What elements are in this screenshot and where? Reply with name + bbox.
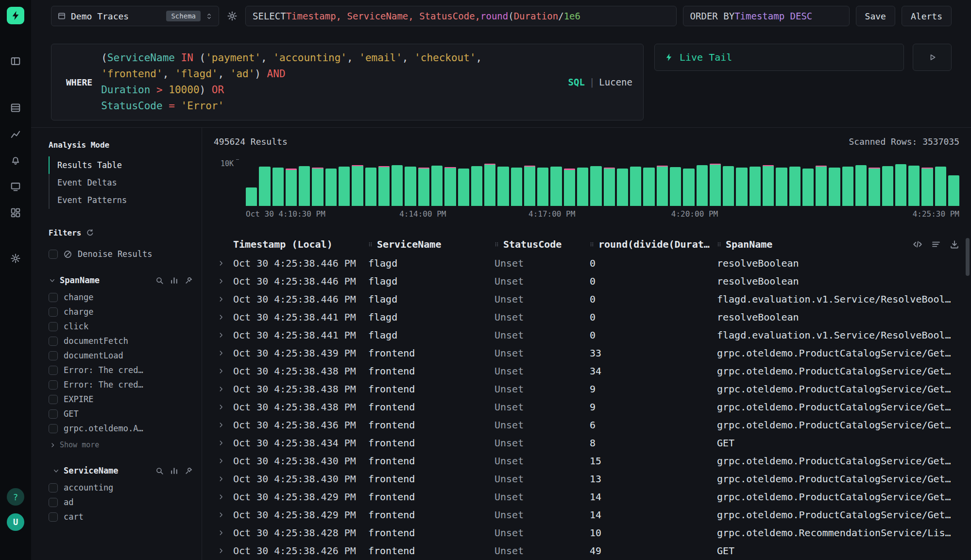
- filter-option[interactable]: charge: [49, 305, 193, 319]
- histogram-bar[interactable]: [697, 165, 708, 206]
- analysis-mode-event-patterns[interactable]: Event Patterns: [49, 191, 193, 209]
- histogram-bar[interactable]: [882, 166, 893, 206]
- histogram-bar[interactable]: [339, 167, 350, 206]
- histogram-bar[interactable]: [657, 166, 668, 206]
- histogram-bar[interactable]: [802, 169, 814, 206]
- table-row[interactable]: Oct 30 4:25:38.446 PMflagdUnset0resolveB…: [214, 254, 959, 272]
- nav-sessions[interactable]: [6, 177, 25, 196]
- row-expand-chevron[interactable]: [214, 278, 233, 285]
- row-density-icon[interactable]: [931, 239, 941, 249]
- checkbox[interactable]: [49, 395, 58, 404]
- table-row[interactable]: Oct 30 4:25:38.430 PMfrontendUnset15grpc…: [214, 452, 959, 470]
- row-expand-chevron[interactable]: [214, 547, 233, 554]
- row-expand-chevron[interactable]: [214, 296, 233, 303]
- checkbox[interactable]: [49, 512, 58, 522]
- scrollbar-thumb[interactable]: [966, 238, 970, 276]
- histogram-bar[interactable]: [670, 167, 681, 206]
- row-expand-chevron[interactable]: [214, 314, 233, 321]
- histogram-bar[interactable]: [763, 165, 774, 206]
- view-sql-icon[interactable]: [913, 239, 922, 249]
- filter-option[interactable]: cart: [49, 509, 193, 524]
- checkbox[interactable]: [49, 307, 58, 317]
- row-expand-chevron[interactable]: [214, 368, 233, 374]
- table-row[interactable]: Oct 30 4:25:38.429 PMfrontendUnset14grpc…: [214, 488, 959, 506]
- filter-option[interactable]: documentFetch: [49, 334, 193, 348]
- table-row[interactable]: Oct 30 4:25:38.446 PMflagdUnset0flagd.ev…: [214, 290, 959, 308]
- filter-option[interactable]: GET: [49, 407, 193, 421]
- app-logo[interactable]: [7, 7, 24, 24]
- histogram-bar[interactable]: [246, 187, 257, 206]
- download-icon[interactable]: [950, 239, 959, 249]
- select-query-input[interactable]: SELECT Timestamp, ServiceName, StatusCod…: [245, 6, 677, 26]
- histogram-bar[interactable]: [405, 167, 416, 206]
- filter-option[interactable]: Error: The cred…: [49, 377, 193, 392]
- row-expand-chevron[interactable]: [214, 440, 233, 446]
- sql-toggle[interactable]: SQL: [568, 77, 585, 87]
- row-expand-chevron[interactable]: [214, 386, 233, 392]
- histogram-bar[interactable]: [630, 167, 641, 206]
- checkbox[interactable]: [49, 380, 58, 390]
- checkbox[interactable]: [49, 337, 58, 346]
- histogram-bar[interactable]: [484, 164, 495, 206]
- histogram-bar[interactable]: [750, 167, 761, 206]
- table-row[interactable]: Oct 30 4:25:38.426 PMfrontendUnset49GET: [214, 542, 959, 560]
- checkbox[interactable]: [49, 366, 58, 375]
- alerts-button[interactable]: Alerts: [902, 6, 952, 26]
- checkbox[interactable]: [49, 409, 58, 419]
- column-header[interactable]: StatusCode: [494, 238, 590, 250]
- histogram-bar[interactable]: [935, 167, 946, 206]
- histogram-bar[interactable]: [524, 166, 535, 206]
- histogram-bar[interactable]: [908, 166, 920, 206]
- histogram-bar[interactable]: [378, 166, 390, 206]
- table-row[interactable]: Oct 30 4:25:38.429 PMfrontendUnset14grpc…: [214, 506, 959, 524]
- histogram-bar[interactable]: [431, 166, 443, 206]
- save-button[interactable]: Save: [856, 6, 895, 26]
- table-row[interactable]: Oct 30 4:25:38.438 PMfrontendUnset9grpc.…: [214, 398, 959, 416]
- checkbox[interactable]: [49, 322, 58, 331]
- denoise-checkbox[interactable]: [49, 250, 58, 259]
- histogram-bar[interactable]: [299, 166, 310, 206]
- filter-option[interactable]: change: [49, 290, 193, 305]
- row-expand-chevron[interactable]: [214, 332, 233, 339]
- histogram-bar[interactable]: [829, 168, 840, 206]
- histogram-bar[interactable]: [577, 168, 588, 206]
- search-icon[interactable]: [155, 276, 164, 285]
- pin-icon[interactable]: [185, 467, 193, 475]
- row-expand-chevron[interactable]: [214, 350, 233, 356]
- help-button[interactable]: ?: [7, 488, 24, 506]
- nav-dashboards[interactable]: [6, 203, 25, 222]
- nav-chart[interactable]: [6, 124, 25, 144]
- histogram-bar[interactable]: [273, 168, 284, 206]
- filter-option[interactable]: EXPIRE: [49, 392, 193, 407]
- histogram-bar[interactable]: [325, 169, 337, 206]
- column-header[interactable]: round(divide(Durat…: [590, 238, 717, 250]
- row-expand-chevron[interactable]: [214, 493, 233, 500]
- query-language-toggle[interactable]: SQL | Lucene: [568, 77, 643, 87]
- checkbox[interactable]: [49, 483, 58, 492]
- table-row[interactable]: Oct 30 4:25:38.434 PMfrontendUnset8GET: [214, 434, 959, 452]
- table-row[interactable]: Oct 30 4:25:38.441 PMflagdUnset0flagd.ev…: [214, 326, 959, 344]
- live-tail-button[interactable]: Live Tail: [654, 44, 904, 71]
- histogram-bar[interactable]: [683, 169, 694, 206]
- filter-option[interactable]: ad: [49, 495, 193, 509]
- table-row[interactable]: Oct 30 4:25:38.438 PMfrontendUnset9grpc.…: [214, 380, 959, 398]
- show-more-button[interactable]: Show more: [49, 436, 193, 449]
- nav-panels[interactable]: [6, 51, 25, 71]
- checkbox[interactable]: [49, 293, 58, 302]
- filter-option[interactable]: grpc.oteldemo.A…: [49, 421, 193, 436]
- analysis-mode-event-deltas[interactable]: Event Deltas: [49, 174, 193, 191]
- nav-settings[interactable]: [6, 249, 25, 268]
- histogram-bar[interactable]: [418, 168, 429, 206]
- histogram-bar[interactable]: [921, 168, 933, 206]
- histogram-bar[interactable]: [444, 167, 456, 206]
- histogram-bar[interactable]: [365, 168, 376, 206]
- histogram-bar[interactable]: [537, 168, 548, 206]
- nav-logs[interactable]: [6, 98, 25, 118]
- histogram-bar[interactable]: [590, 166, 601, 206]
- table-row[interactable]: Oct 30 4:25:38.436 PMfrontendUnset6grpc.…: [214, 416, 959, 434]
- checkbox[interactable]: [49, 424, 58, 433]
- lucene-toggle[interactable]: Lucene: [599, 77, 632, 87]
- histogram-bar[interactable]: [286, 169, 297, 206]
- where-query-editor[interactable]: WHERE (ServiceName IN ('payment', 'accou…: [51, 44, 644, 120]
- row-expand-chevron[interactable]: [214, 260, 233, 267]
